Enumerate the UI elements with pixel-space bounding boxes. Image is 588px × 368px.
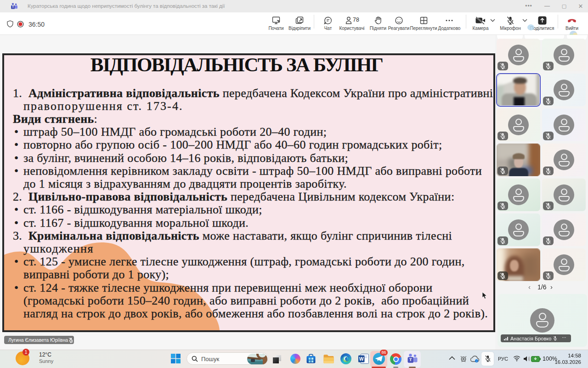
svg-text:W: W — [359, 356, 364, 362]
svg-text:78: 78 — [353, 17, 359, 23]
svg-text:T: T — [12, 5, 14, 8]
svg-text:T: T — [409, 357, 412, 362]
svg-text:i: i — [476, 360, 477, 362]
